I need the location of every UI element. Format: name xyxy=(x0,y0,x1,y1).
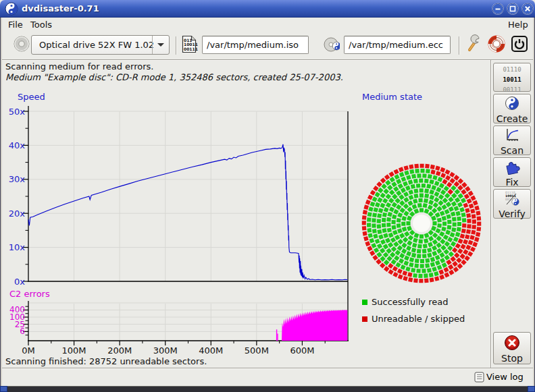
window-border-left xyxy=(0,18,2,386)
svg-text:100M: 100M xyxy=(62,345,86,356)
binary-doc-icon: 011 10011 00111 xyxy=(180,35,198,53)
window-title: dvdisaster-0.71 xyxy=(22,3,99,13)
resize-corner-right[interactable] xyxy=(528,386,535,392)
toolbar-separator xyxy=(459,36,459,55)
scan-button[interactable]: Scan xyxy=(493,125,531,155)
iso-file-button[interactable]: 011 10011 00111 xyxy=(180,35,198,55)
help-button[interactable] xyxy=(487,34,506,55)
log-list-icon xyxy=(474,372,484,383)
speed-chart-title: Speed xyxy=(18,92,45,102)
resize-corner-left[interactable] xyxy=(0,386,7,392)
svg-text:00111: 00111 xyxy=(184,47,198,51)
stop-button[interactable]: Stop xyxy=(493,332,531,364)
app-window: dvdisaster-0.71 File Tools Help Opti xyxy=(0,0,535,392)
drive-button[interactable] xyxy=(12,34,31,55)
sidebar-separator xyxy=(490,60,491,368)
menu-help[interactable]: Help xyxy=(505,20,531,30)
app-logo-icon xyxy=(5,2,18,18)
drive-selector[interactable]: Optical drive 52X FW 1.02 xyxy=(31,35,170,55)
c2-chart-title: C2 errors xyxy=(9,289,50,299)
menu-tools[interactable]: Tools xyxy=(28,20,55,30)
quit-button[interactable] xyxy=(510,34,529,55)
footer-separator xyxy=(2,368,533,368)
green-swatch-icon xyxy=(362,300,367,305)
svg-text:6: 6 xyxy=(20,327,25,336)
read-button[interactable]: 01110 10011 00111 Read xyxy=(493,63,531,92)
legend-label: Unreadable / skipped xyxy=(372,314,465,324)
svg-text:600M: 600M xyxy=(290,345,314,356)
create-button[interactable]: Create xyxy=(493,94,531,123)
scan-chart-icon xyxy=(504,127,520,143)
scan-result-message: Scanning finished: 28752 unreadable sect… xyxy=(5,356,207,366)
svg-text:400M: 400M xyxy=(199,345,223,356)
lifesaver-icon xyxy=(487,34,506,53)
svg-text:0M: 0M xyxy=(22,345,35,356)
chevron-down-icon xyxy=(152,36,169,54)
svg-text:500M: 500M xyxy=(245,345,269,356)
svg-text:20x: 20x xyxy=(9,208,26,219)
toolbar-separator xyxy=(176,36,176,55)
close-button[interactable] xyxy=(521,3,534,15)
stop-label: Stop xyxy=(494,353,530,364)
iso-path-input[interactable] xyxy=(202,36,309,54)
scan-label: Scan xyxy=(494,145,530,156)
red-swatch-icon xyxy=(362,316,367,322)
status-line-2: Medium "Example disc": CD-R mode 1, 3524… xyxy=(5,72,343,82)
svg-text:100: 100 xyxy=(9,312,25,322)
svg-text:0x: 0x xyxy=(14,277,25,287)
wrench-icon xyxy=(464,34,483,53)
verify-label: Verify xyxy=(494,208,530,219)
power-icon xyxy=(510,34,529,53)
fix-button[interactable]: Fix xyxy=(493,157,531,187)
svg-text:25: 25 xyxy=(15,320,25,329)
status-line-1: Scanning medium for read errors. xyxy=(5,61,153,72)
create-label: Create xyxy=(494,113,530,124)
legend-label: Successfully read xyxy=(372,297,448,307)
verify-button[interactable]: 01110 10011 00111 Verify xyxy=(493,189,531,219)
view-log-label: View log xyxy=(486,372,524,382)
svg-text:30x: 30x xyxy=(9,174,26,184)
stop-icon xyxy=(504,335,520,351)
window-border-bottom xyxy=(0,386,535,392)
svg-text:300M: 300M xyxy=(153,345,178,356)
medium-state-title: Medium state xyxy=(362,92,422,102)
svg-text:400: 400 xyxy=(9,305,25,314)
minimize-button[interactable] xyxy=(492,3,504,15)
view-log-button[interactable]: View log xyxy=(473,370,530,384)
svg-text:50x: 50x xyxy=(9,107,26,117)
cd-icon xyxy=(12,34,31,53)
ecc-path-input[interactable] xyxy=(344,36,451,54)
menu-file[interactable]: File xyxy=(5,20,26,30)
binary-rows-icon: 01110 10011 00111 xyxy=(503,66,521,93)
fix-label: Fix xyxy=(494,177,530,188)
toolbar: Optical drive 52X FW 1.02 011 10011 0011… xyxy=(2,32,533,60)
svg-text:10x: 10x xyxy=(9,242,26,252)
ecc-disc-icon xyxy=(322,35,340,53)
svg-text:200M: 200M xyxy=(107,345,132,356)
maximize-button[interactable] xyxy=(507,3,519,15)
puzzle-piece-icon xyxy=(504,159,520,175)
titlebar[interactable]: dvdisaster-0.71 xyxy=(0,0,535,18)
yin-yang-icon xyxy=(504,95,520,111)
verify-icon: 01110 10011 00111 xyxy=(503,190,521,206)
menubar: File Tools Help xyxy=(2,18,533,32)
drive-selector-value: Optical drive 52X FW 1.02 xyxy=(39,40,154,50)
ecc-file-button[interactable] xyxy=(322,35,340,55)
svg-text:40x: 40x xyxy=(9,140,26,150)
preferences-button[interactable] xyxy=(464,34,483,55)
